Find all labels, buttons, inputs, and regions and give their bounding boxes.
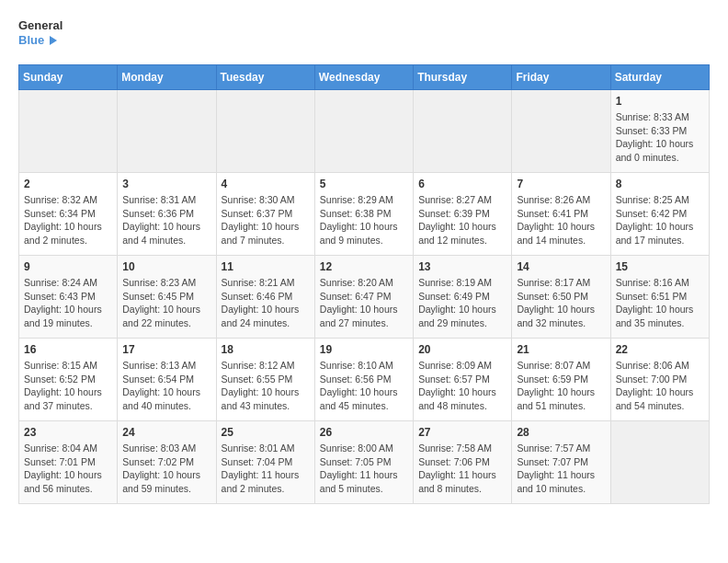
calendar-cell: 16Sunrise: 8:15 AM Sunset: 6:52 PM Dayli… <box>19 339 118 421</box>
day-number: 2 <box>24 178 112 190</box>
logo: General Blue <box>18 18 59 55</box>
day-number: 24 <box>122 426 210 439</box>
calendar-cell: 11Sunrise: 8:21 AM Sunset: 6:46 PM Dayli… <box>216 256 314 339</box>
day-info: Sunrise: 8:06 AM Sunset: 7:00 PM Dayligh… <box>616 359 704 413</box>
day-info: Sunrise: 8:20 AM Sunset: 6:47 PM Dayligh… <box>320 276 408 330</box>
day-number: 7 <box>517 178 605 190</box>
day-info: Sunrise: 8:19 AM Sunset: 6:49 PM Dayligh… <box>418 276 506 330</box>
day-number: 4 <box>222 178 310 190</box>
calendar-cell: 28Sunrise: 7:57 AM Sunset: 7:07 PM Dayli… <box>512 421 610 504</box>
day-number: 12 <box>320 260 408 273</box>
day-number: 16 <box>24 343 112 356</box>
calendar-cell: 19Sunrise: 8:10 AM Sunset: 6:56 PM Dayli… <box>314 339 413 421</box>
day-info: Sunrise: 8:16 AM Sunset: 6:51 PM Dayligh… <box>616 276 704 330</box>
day-info: Sunrise: 8:01 AM Sunset: 7:04 PM Dayligh… <box>222 442 310 496</box>
day-number: 3 <box>122 178 210 190</box>
calendar-cell: 24Sunrise: 8:03 AM Sunset: 7:02 PM Dayli… <box>118 421 216 504</box>
calendar-week-row: 23Sunrise: 8:04 AM Sunset: 7:01 PM Dayli… <box>19 421 710 504</box>
day-info: Sunrise: 8:21 AM Sunset: 6:46 PM Dayligh… <box>222 276 310 330</box>
calendar-cell: 4Sunrise: 8:30 AM Sunset: 6:37 PM Daylig… <box>216 173 314 256</box>
day-number: 13 <box>418 260 506 273</box>
day-number: 22 <box>616 343 704 356</box>
calendar-cell: 26Sunrise: 8:00 AM Sunset: 7:05 PM Dayli… <box>314 421 413 504</box>
calendar-cell <box>118 90 216 173</box>
day-number: 5 <box>320 178 408 190</box>
day-info: Sunrise: 8:09 AM Sunset: 6:57 PM Dayligh… <box>418 359 506 413</box>
calendar-cell: 6Sunrise: 8:27 AM Sunset: 6:39 PM Daylig… <box>414 173 512 256</box>
day-info: Sunrise: 8:32 AM Sunset: 6:34 PM Dayligh… <box>24 193 112 247</box>
calendar-cell: 7Sunrise: 8:26 AM Sunset: 6:41 PM Daylig… <box>512 173 610 256</box>
day-info: Sunrise: 8:25 AM Sunset: 6:42 PM Dayligh… <box>616 193 704 247</box>
calendar-cell: 13Sunrise: 8:19 AM Sunset: 6:49 PM Dayli… <box>414 256 512 339</box>
calendar-cell: 2Sunrise: 8:32 AM Sunset: 6:34 PM Daylig… <box>19 173 118 256</box>
day-number: 28 <box>517 426 605 439</box>
day-info: Sunrise: 8:33 AM Sunset: 6:33 PM Dayligh… <box>616 110 704 165</box>
calendar-cell: 1Sunrise: 8:33 AM Sunset: 6:33 PM Daylig… <box>610 90 709 173</box>
calendar-cell <box>216 90 314 173</box>
weekday-header-saturday: Saturday <box>610 65 709 90</box>
day-number: 14 <box>517 260 605 273</box>
calendar-cell: 12Sunrise: 8:20 AM Sunset: 6:47 PM Dayli… <box>314 256 413 339</box>
page-header: General Blue <box>18 18 710 55</box>
calendar-cell <box>512 90 610 173</box>
calendar-cell: 15Sunrise: 8:16 AM Sunset: 6:51 PM Dayli… <box>610 256 709 339</box>
day-info: Sunrise: 8:10 AM Sunset: 6:56 PM Dayligh… <box>320 359 408 413</box>
day-info: Sunrise: 8:27 AM Sunset: 6:39 PM Dayligh… <box>418 193 506 247</box>
day-number: 6 <box>418 178 506 190</box>
day-number: 9 <box>24 260 112 273</box>
calendar-cell: 23Sunrise: 8:04 AM Sunset: 7:01 PM Dayli… <box>19 421 118 504</box>
day-info: Sunrise: 8:31 AM Sunset: 6:36 PM Dayligh… <box>122 193 210 247</box>
weekday-header-tuesday: Tuesday <box>216 65 314 90</box>
calendar-cell: 27Sunrise: 7:58 AM Sunset: 7:06 PM Dayli… <box>414 421 512 504</box>
day-number: 8 <box>616 178 704 190</box>
day-info: Sunrise: 8:07 AM Sunset: 6:59 PM Dayligh… <box>517 359 605 413</box>
calendar-cell: 25Sunrise: 8:01 AM Sunset: 7:04 PM Dayli… <box>216 421 314 504</box>
calendar-cell: 21Sunrise: 8:07 AM Sunset: 6:59 PM Dayli… <box>512 339 610 421</box>
day-number: 11 <box>222 260 310 273</box>
day-number: 17 <box>122 343 210 356</box>
calendar-cell <box>19 90 118 173</box>
day-info: Sunrise: 8:03 AM Sunset: 7:02 PM Dayligh… <box>122 442 210 496</box>
calendar-cell: 8Sunrise: 8:25 AM Sunset: 6:42 PM Daylig… <box>610 173 709 256</box>
calendar-cell <box>414 90 512 173</box>
day-info: Sunrise: 8:24 AM Sunset: 6:43 PM Dayligh… <box>24 276 112 330</box>
calendar-cell: 9Sunrise: 8:24 AM Sunset: 6:43 PM Daylig… <box>19 256 118 339</box>
day-number: 23 <box>24 426 112 439</box>
calendar-cell: 18Sunrise: 8:12 AM Sunset: 6:55 PM Dayli… <box>216 339 314 421</box>
day-info: Sunrise: 8:13 AM Sunset: 6:54 PM Dayligh… <box>122 359 210 413</box>
calendar-week-row: 2Sunrise: 8:32 AM Sunset: 6:34 PM Daylig… <box>19 173 710 256</box>
calendar-cell <box>314 90 413 173</box>
calendar-week-row: 16Sunrise: 8:15 AM Sunset: 6:52 PM Dayli… <box>19 339 710 421</box>
day-info: Sunrise: 8:12 AM Sunset: 6:55 PM Dayligh… <box>222 359 310 413</box>
day-info: Sunrise: 8:26 AM Sunset: 6:41 PM Dayligh… <box>517 193 605 247</box>
weekday-header-thursday: Thursday <box>414 65 512 90</box>
day-number: 10 <box>122 260 210 273</box>
calendar-week-row: 9Sunrise: 8:24 AM Sunset: 6:43 PM Daylig… <box>19 256 710 339</box>
weekday-header-sunday: Sunday <box>19 65 118 90</box>
calendar-cell: 3Sunrise: 8:31 AM Sunset: 6:36 PM Daylig… <box>118 173 216 256</box>
day-number: 25 <box>222 426 310 439</box>
calendar-week-row: 1Sunrise: 8:33 AM Sunset: 6:33 PM Daylig… <box>19 90 710 173</box>
day-number: 15 <box>616 260 704 273</box>
day-info: Sunrise: 8:29 AM Sunset: 6:38 PM Dayligh… <box>320 193 408 247</box>
day-info: Sunrise: 8:17 AM Sunset: 6:50 PM Dayligh… <box>517 276 605 330</box>
calendar-cell <box>610 421 709 504</box>
day-info: Sunrise: 8:23 AM Sunset: 6:45 PM Dayligh… <box>122 276 210 330</box>
day-number: 1 <box>616 95 704 108</box>
day-info: Sunrise: 7:58 AM Sunset: 7:06 PM Dayligh… <box>418 442 506 496</box>
calendar-cell: 22Sunrise: 8:06 AM Sunset: 7:00 PM Dayli… <box>610 339 709 421</box>
calendar-cell: 20Sunrise: 8:09 AM Sunset: 6:57 PM Dayli… <box>414 339 512 421</box>
weekday-header-row: SundayMondayTuesdayWednesdayThursdayFrid… <box>19 65 710 90</box>
day-number: 26 <box>320 426 408 439</box>
day-number: 21 <box>517 343 605 356</box>
day-number: 19 <box>320 343 408 356</box>
weekday-header-wednesday: Wednesday <box>314 65 413 90</box>
day-info: Sunrise: 8:04 AM Sunset: 7:01 PM Dayligh… <box>24 442 112 496</box>
calendar-table: SundayMondayTuesdayWednesdayThursdayFrid… <box>18 64 710 504</box>
day-info: Sunrise: 8:00 AM Sunset: 7:05 PM Dayligh… <box>320 442 408 496</box>
day-info: Sunrise: 8:30 AM Sunset: 6:37 PM Dayligh… <box>222 193 310 247</box>
day-number: 18 <box>222 343 310 356</box>
day-info: Sunrise: 7:57 AM Sunset: 7:07 PM Dayligh… <box>517 442 605 496</box>
calendar-cell: 10Sunrise: 8:23 AM Sunset: 6:45 PM Dayli… <box>118 256 216 339</box>
day-number: 20 <box>418 343 506 356</box>
